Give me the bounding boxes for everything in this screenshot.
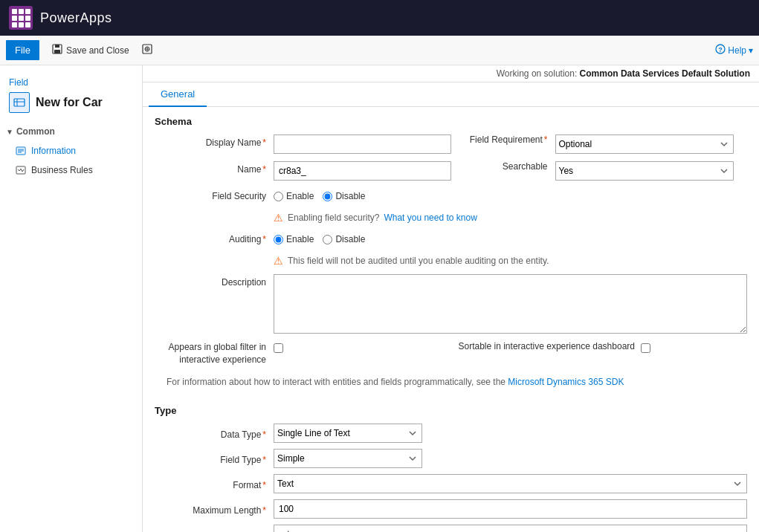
waffle-icon (12, 9, 30, 27)
ime-mode-select[interactable]: auto active inactive disabled (274, 525, 747, 532)
info-link-prefix: For information about how to interact wi… (167, 377, 506, 387)
display-name-label: Display Name* (155, 134, 274, 148)
display-name-required: * (262, 137, 266, 148)
help-circle-icon: ? (715, 44, 726, 56)
save-icon (51, 43, 63, 57)
auditing-warning-row: ⚠ This field will not be audited until y… (155, 252, 747, 270)
entity-header: New for Car (0, 89, 142, 122)
file-button[interactable]: File (6, 40, 39, 60)
info-link-row: For information about how to interact wi… (155, 374, 747, 393)
schema-section: Schema Display Name* Field Requirement* … (143, 107, 759, 402)
name-row: Name* Searchable Yes No (155, 161, 747, 181)
business-rules-icon (15, 164, 27, 176)
auditing-label: Auditing* (155, 231, 274, 244)
web-icon (141, 43, 153, 57)
display-name-row: Display Name* Field Requirement* Optiona… (155, 134, 747, 154)
sdk-link[interactable]: Microsoft Dynamics 365 SDK (508, 377, 624, 387)
web-button[interactable] (135, 40, 159, 60)
information-label: Information (31, 146, 76, 156)
entity-icon (9, 92, 30, 113)
content-area: Working on solution: Common Data Service… (143, 65, 759, 532)
toolbar: File Save and Close ? (0, 36, 759, 65)
field-requirement-select[interactable]: Optional Business Recommended Business R… (555, 134, 734, 154)
max-length-input[interactable] (274, 499, 747, 519)
name-input[interactable] (274, 161, 451, 181)
triangle-icon: ▼ (6, 128, 13, 136)
type-section: Type Data Type* Single Line of Text Whol… (143, 402, 759, 532)
auditing-enable-option[interactable]: Enable (274, 234, 314, 244)
type-title: Type (155, 405, 747, 416)
searchable-label: Searchable (451, 161, 555, 172)
field-type-row: Field Type* Simple Calculated Rollup (155, 449, 747, 468)
tab-general[interactable]: General (149, 82, 207, 107)
solution-banner: Working on solution: Common Data Service… (143, 65, 759, 82)
sortable-checkbox[interactable] (641, 343, 650, 353)
format-select[interactable]: Text Email URL Ticker Symbol Phone (274, 474, 747, 493)
ime-mode-row: IME Mode* auto active inactive disabled (155, 525, 747, 532)
searchable-right: Searchable Yes No (451, 161, 748, 181)
schema-title: Schema (155, 116, 747, 127)
sidebar-item-information[interactable]: Information (0, 141, 142, 160)
business-rules-label: Business Rules (31, 165, 93, 175)
data-type-select[interactable]: Single Line of Text Whole Number Decimal… (274, 424, 422, 443)
max-length-row: Maximum Length* (155, 499, 747, 519)
max-length-label: Maximum Length* (155, 502, 274, 516)
sortable-group: Sortable in interactive experience dashb… (444, 341, 748, 366)
global-filter-checkbox[interactable] (274, 343, 283, 353)
field-security-link[interactable]: What you need to know (384, 213, 477, 223)
format-label: Format* (155, 477, 274, 490)
data-type-label: Data Type* (155, 426, 274, 440)
name-label: Name* (155, 161, 274, 175)
display-name-left: Display Name* (155, 134, 451, 154)
warning-icon: ⚠ (274, 212, 283, 224)
field-security-warning-text: Enabling field security? (288, 213, 379, 223)
field-security-disable-radio[interactable] (323, 192, 332, 201)
display-name-input[interactable] (274, 134, 451, 154)
auditing-warning-text: This field will not be audited until you… (288, 256, 549, 266)
format-row: Format* Text Email URL Ticker Symbol Pho… (155, 474, 747, 493)
waffle-button[interactable] (9, 6, 33, 30)
main-container: Field New for Car ▼ Common (0, 65, 759, 532)
field-requirement-right: Field Requirement* Optional Business Rec… (451, 134, 748, 154)
name-left: Name* (155, 161, 451, 181)
field-security-radio-group: Enable Disable (274, 188, 365, 201)
entity-name: New for Car (36, 96, 103, 109)
field-type-label: Field Type* (155, 452, 274, 465)
common-section-header[interactable]: ▼ Common (0, 122, 142, 141)
sidebar: Field New for Car ▼ Common (0, 65, 143, 532)
entity-label: Field (0, 71, 142, 89)
field-security-label: Field Security (155, 188, 274, 201)
auditing-disable-radio[interactable] (323, 235, 332, 244)
field-security-warning-row: ⚠ Enabling field security? What you need… (155, 209, 747, 227)
tabs: General (143, 82, 759, 107)
svg-rect-16 (16, 166, 25, 174)
field-type-select[interactable]: Simple Calculated Rollup (274, 449, 422, 468)
description-label: Description (155, 274, 274, 288)
svg-rect-9 (14, 99, 25, 106)
field-security-enable-radio[interactable] (274, 192, 283, 201)
common-section-label: Common (16, 126, 55, 137)
app-title: PowerApps (40, 10, 112, 26)
auditing-row: Auditing* Enable Disable (155, 231, 747, 244)
field-security-enable-option[interactable]: Enable (274, 191, 314, 201)
save-button[interactable]: Save and Close (45, 40, 135, 60)
solution-text: Working on solution: (497, 68, 578, 79)
field-security-disable-option[interactable]: Disable (323, 191, 365, 201)
auditing-enable-radio[interactable] (274, 235, 283, 244)
auditing-radio-group: Enable Disable (274, 231, 365, 244)
auditing-warning-icon: ⚠ (274, 255, 283, 267)
field-security-row: Field Security Enable Disable (155, 188, 747, 201)
description-textarea[interactable] (274, 274, 747, 334)
data-type-row: Data Type* Single Line of Text Whole Num… (155, 424, 747, 443)
ime-mode-label: IME Mode* (155, 528, 274, 532)
description-row: Description (155, 274, 747, 334)
information-icon (15, 145, 27, 157)
svg-text:?: ? (719, 46, 723, 53)
help-label: Help (728, 45, 746, 56)
help-button[interactable]: ? Help ▾ (715, 44, 753, 56)
svg-rect-1 (55, 45, 59, 48)
auditing-disable-option[interactable]: Disable (323, 234, 365, 244)
sidebar-item-business-rules[interactable]: Business Rules (0, 160, 142, 180)
global-filter-label: Appears in global filter in interactive … (155, 341, 274, 366)
searchable-select[interactable]: Yes No (555, 161, 734, 181)
